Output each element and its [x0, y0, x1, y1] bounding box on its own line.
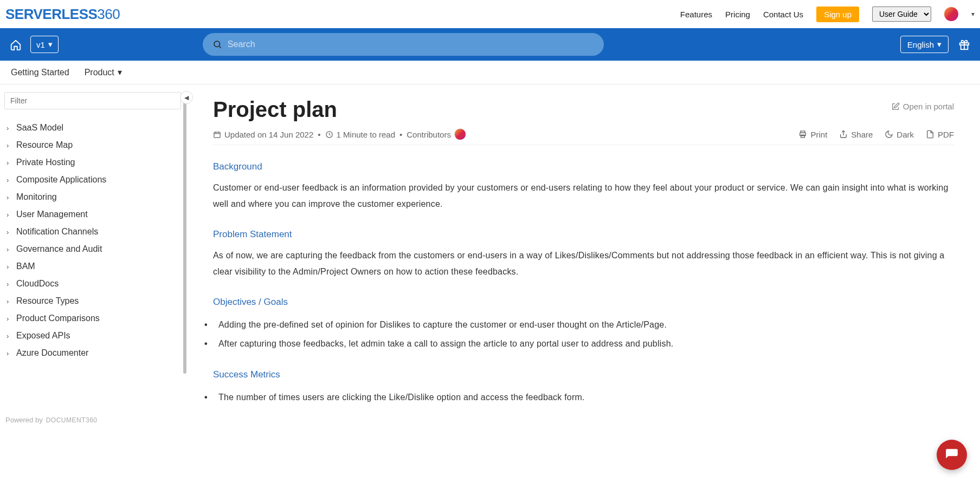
share-button[interactable]: Share	[839, 130, 873, 139]
read-time: 1 Minute to read	[325, 130, 395, 139]
list-item: After capturing those feedbacks, let adm…	[213, 334, 954, 353]
print-icon	[798, 130, 807, 139]
clock-icon	[325, 130, 333, 139]
nav-pricing[interactable]: Pricing	[725, 10, 750, 19]
section-background-text: Customer or end-user feedback is an info…	[213, 180, 954, 213]
moon-icon	[885, 130, 893, 139]
chevron-down-icon[interactable]: ▾	[971, 10, 975, 18]
subnav-product[interactable]: Product ▾	[85, 67, 122, 77]
objectives-list: Adding the pre-defined set of opinion fo…	[213, 315, 954, 353]
chevron-right-icon: ›	[7, 263, 12, 271]
logo[interactable]: SERVERLESS360	[5, 6, 120, 23]
pdf-button[interactable]: PDF	[926, 130, 954, 139]
user-guide-select[interactable]: User Guide	[872, 6, 931, 22]
filter-input[interactable]	[4, 92, 181, 109]
signup-button[interactable]: Sign up	[816, 6, 859, 22]
sidebar-item-resource-types[interactable]: ›Resource Types	[4, 292, 182, 310]
svg-rect-5	[214, 132, 220, 138]
chevron-right-icon: ›	[7, 245, 12, 253]
avatar[interactable]	[944, 7, 958, 21]
sidebar-item-monitoring[interactable]: ›Monitoring	[4, 188, 182, 206]
home-icon[interactable]	[10, 38, 22, 51]
sidebar-item-clouddocs[interactable]: ›CloudDocs	[4, 275, 182, 292]
search-box[interactable]	[203, 33, 604, 56]
nav-contact[interactable]: Contact Us	[763, 10, 803, 19]
open-in-portal-link[interactable]: Open in portal	[891, 102, 954, 111]
chevron-down-icon: ▾	[937, 40, 942, 49]
chevron-right-icon: ›	[7, 141, 12, 149]
logo-prefix: SERVERLESS	[5, 6, 97, 23]
edit-icon	[891, 102, 900, 111]
blue-bar: v1 ▾ English ▾	[0, 28, 980, 61]
collapse-sidebar-button[interactable]: ◀	[180, 91, 193, 104]
language-select[interactable]: English ▾	[900, 36, 949, 53]
article-meta: Updated on 14 Jun 2022 • 1 Minute to rea…	[213, 128, 954, 145]
chevron-right-icon: ›	[7, 193, 12, 201]
contributor-avatar[interactable]	[454, 128, 466, 140]
section-problem-heading: Problem Statement	[213, 229, 954, 240]
chevron-right-icon: ›	[7, 211, 12, 219]
sidebar-item-private-hosting[interactable]: ›Private Hosting	[4, 154, 182, 171]
sidebar-item-product-comparisons[interactable]: ›Product Comparisons	[4, 310, 182, 327]
chevron-down-icon: ▾	[48, 40, 53, 49]
top-nav: Features Pricing Contact Us Sign up User…	[680, 6, 975, 22]
sidebar-item-composite-applications[interactable]: ›Composite Applications	[4, 171, 182, 188]
sidebar-scrollbar[interactable]	[183, 84, 186, 428]
gift-icon[interactable]	[958, 38, 970, 51]
section-problem-text: As of now, we are capturing the feedback…	[213, 247, 954, 280]
chevron-right-icon: ›	[7, 332, 12, 340]
print-button[interactable]: Print	[798, 130, 827, 139]
chevron-right-icon: ›	[7, 297, 12, 305]
sidebar-item-governance-and-audit[interactable]: ›Governance and Audit	[4, 240, 182, 258]
sidebar-item-exposed-apis[interactable]: ›Exposed APIs	[4, 327, 182, 344]
search-input[interactable]	[228, 40, 594, 49]
sidebar-item-notification-channels[interactable]: ›Notification Channels	[4, 223, 182, 240]
share-icon	[839, 130, 848, 139]
sidebar-item-resource-map[interactable]: ›Resource Map	[4, 136, 182, 154]
chevron-left-icon: ◀	[184, 94, 189, 101]
sidebar-nav-list: ›SaaS Model ›Resource Map ›Private Hosti…	[4, 119, 182, 362]
main: ›SaaS Model ›Resource Map ›Private Hosti…	[0, 84, 980, 428]
section-metrics-heading: Success Metrics	[213, 369, 954, 380]
section-background-heading: Background	[213, 161, 954, 172]
chevron-right-icon: ›	[7, 315, 12, 323]
sidebar-item-user-management[interactable]: ›User Management	[4, 206, 182, 223]
sub-nav: Getting Started Product ▾	[0, 61, 980, 84]
chevron-right-icon: ›	[7, 159, 12, 167]
file-icon	[926, 130, 934, 139]
top-header: SERVERLESS360 Features Pricing Contact U…	[0, 0, 980, 28]
sidebar-item-azure-documenter[interactable]: ›Azure Documenter	[4, 344, 182, 362]
metrics-list: The number of times users are clicking t…	[213, 388, 954, 407]
svg-line-1	[219, 46, 221, 48]
contributors: Contributors	[407, 128, 466, 140]
chevron-right-icon: ›	[7, 176, 12, 184]
powered-by: Powered by DOCUMENT360	[5, 416, 98, 424]
chevron-right-icon: ›	[7, 349, 12, 357]
subnav-getting-started[interactable]: Getting Started	[11, 67, 69, 77]
calendar-icon	[213, 130, 221, 139]
sidebar-item-bam[interactable]: ›BAM	[4, 258, 182, 275]
chevron-down-icon: ▾	[118, 67, 122, 77]
page-title: Project plan	[213, 97, 337, 122]
version-select[interactable]: v1 ▾	[30, 36, 59, 53]
article-content: Project plan Open in portal Updated on 1…	[187, 84, 980, 428]
svg-point-0	[214, 41, 220, 47]
list-item: Adding the pre-defined set of opinion fo…	[213, 315, 954, 334]
section-objectives-heading: Objectives / Goals	[213, 297, 954, 308]
chevron-right-icon: ›	[7, 124, 12, 132]
sidebar-item-saas-model[interactable]: ›SaaS Model	[4, 119, 182, 136]
search-icon	[212, 40, 222, 49]
list-item: The number of times users are clicking t…	[213, 388, 954, 407]
chevron-right-icon: ›	[7, 280, 12, 288]
chevron-right-icon: ›	[7, 228, 12, 236]
dark-mode-button[interactable]: Dark	[885, 130, 914, 139]
sidebar: ›SaaS Model ›Resource Map ›Private Hosti…	[0, 84, 187, 428]
logo-suffix: 360	[97, 6, 120, 23]
updated-date: Updated on 14 Jun 2022	[213, 130, 313, 139]
nav-features[interactable]: Features	[680, 10, 712, 19]
